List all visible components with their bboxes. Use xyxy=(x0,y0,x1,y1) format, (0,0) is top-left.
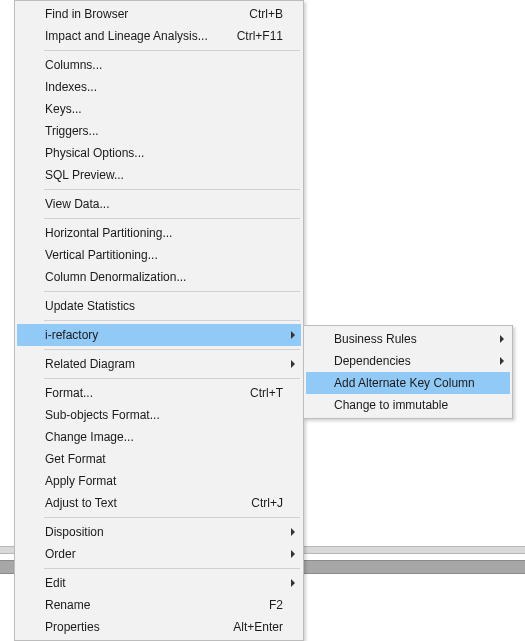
chevron-right-icon xyxy=(291,550,295,558)
menu-item-label: Find in Browser xyxy=(45,7,237,21)
chevron-right-icon xyxy=(291,331,295,339)
menu-separator xyxy=(44,320,300,321)
item-columns[interactable]: Columns... xyxy=(17,54,301,76)
menu-item-shortcut: Ctrl+F11 xyxy=(237,29,283,43)
menu-item-shortcut: F2 xyxy=(269,598,283,612)
menu-item-label: Update Statistics xyxy=(45,299,283,313)
menu-item-label: Get Format xyxy=(45,452,283,466)
menu-item-label: Column Denormalization... xyxy=(45,270,283,284)
item-rename[interactable]: RenameF2 xyxy=(17,594,301,616)
menu-item-label: Related Diagram xyxy=(45,357,283,371)
menu-item-label: Sub-objects Format... xyxy=(45,408,283,422)
chevron-right-icon xyxy=(291,528,295,536)
menu-separator xyxy=(44,568,300,569)
menu-item-label: Edit xyxy=(45,576,283,590)
menu-separator xyxy=(44,189,300,190)
menu-item-label: Order xyxy=(45,547,283,561)
menu-item-label: View Data... xyxy=(45,197,283,211)
menu-item-label: Format... xyxy=(45,386,238,400)
item-triggers[interactable]: Triggers... xyxy=(17,120,301,142)
submenu-i-refactory: Business RulesDependenciesAdd Alternate … xyxy=(303,325,513,419)
item-impact-lineage[interactable]: Impact and Lineage Analysis...Ctrl+F11 xyxy=(17,25,301,47)
menu-item-label: Rename xyxy=(45,598,257,612)
menu-item-label: i-refactory xyxy=(45,328,283,342)
subitem-dependencies[interactable]: Dependencies xyxy=(306,350,510,372)
menu-item-label: Dependencies xyxy=(334,354,492,368)
menu-item-shortcut: Ctrl+T xyxy=(250,386,283,400)
app-canvas: Find in BrowserCtrl+BImpact and Lineage … xyxy=(0,0,525,641)
item-subobjects-format[interactable]: Sub-objects Format... xyxy=(17,404,301,426)
menu-item-label: Physical Options... xyxy=(45,146,283,160)
menu-separator xyxy=(44,349,300,350)
item-format[interactable]: Format...Ctrl+T xyxy=(17,382,301,404)
item-apply-format[interactable]: Apply Format xyxy=(17,470,301,492)
menu-separator xyxy=(44,218,300,219)
menu-item-label: Disposition xyxy=(45,525,283,539)
menu-separator xyxy=(44,517,300,518)
item-column-denormalization[interactable]: Column Denormalization... xyxy=(17,266,301,288)
item-update-statistics[interactable]: Update Statistics xyxy=(17,295,301,317)
menu-item-label: Horizontal Partitioning... xyxy=(45,226,283,240)
menu-item-label: Vertical Partitioning... xyxy=(45,248,283,262)
menu-item-label: Business Rules xyxy=(334,332,492,346)
menu-item-label: Add Alternate Key Column xyxy=(334,376,492,390)
menu-item-label: Columns... xyxy=(45,58,283,72)
menu-item-label: Apply Format xyxy=(45,474,283,488)
item-get-format[interactable]: Get Format xyxy=(17,448,301,470)
chevron-right-icon xyxy=(291,579,295,587)
menu-item-label: Indexes... xyxy=(45,80,283,94)
subitem-change-to-immutable[interactable]: Change to immutable xyxy=(306,394,510,416)
item-horizontal-partitioning[interactable]: Horizontal Partitioning... xyxy=(17,222,301,244)
menu-item-label: Triggers... xyxy=(45,124,283,138)
subitem-add-alternate-key-column[interactable]: Add Alternate Key Column xyxy=(306,372,510,394)
item-keys[interactable]: Keys... xyxy=(17,98,301,120)
item-indexes[interactable]: Indexes... xyxy=(17,76,301,98)
chevron-right-icon xyxy=(291,360,295,368)
subitem-business-rules[interactable]: Business Rules xyxy=(306,328,510,350)
menu-separator xyxy=(44,378,300,379)
item-vertical-partitioning[interactable]: Vertical Partitioning... xyxy=(17,244,301,266)
chevron-right-icon xyxy=(500,357,504,365)
chevron-right-icon xyxy=(500,335,504,343)
menu-item-label: Impact and Lineage Analysis... xyxy=(45,29,225,43)
item-properties[interactable]: PropertiesAlt+Enter xyxy=(17,616,301,638)
item-related-diagram[interactable]: Related Diagram xyxy=(17,353,301,375)
context-menu: Find in BrowserCtrl+BImpact and Lineage … xyxy=(14,0,304,641)
item-change-image[interactable]: Change Image... xyxy=(17,426,301,448)
item-sql-preview[interactable]: SQL Preview... xyxy=(17,164,301,186)
menu-item-label: Adjust to Text xyxy=(45,496,239,510)
item-disposition[interactable]: Disposition xyxy=(17,521,301,543)
menu-separator xyxy=(44,291,300,292)
item-i-refactory[interactable]: i-refactory xyxy=(17,324,301,346)
menu-item-shortcut: Alt+Enter xyxy=(233,620,283,634)
item-find-in-browser[interactable]: Find in BrowserCtrl+B xyxy=(17,3,301,25)
item-view-data[interactable]: View Data... xyxy=(17,193,301,215)
menu-item-label: Keys... xyxy=(45,102,283,116)
menu-item-label: SQL Preview... xyxy=(45,168,283,182)
menu-item-label: Change Image... xyxy=(45,430,283,444)
menu-item-shortcut: Ctrl+B xyxy=(249,7,283,21)
item-adjust-to-text[interactable]: Adjust to TextCtrl+J xyxy=(17,492,301,514)
menu-item-label: Change to immutable xyxy=(334,398,492,412)
item-physical-options[interactable]: Physical Options... xyxy=(17,142,301,164)
item-edit[interactable]: Edit xyxy=(17,572,301,594)
item-order[interactable]: Order xyxy=(17,543,301,565)
menu-item-label: Properties xyxy=(45,620,221,634)
menu-separator xyxy=(44,50,300,51)
menu-item-shortcut: Ctrl+J xyxy=(251,496,283,510)
